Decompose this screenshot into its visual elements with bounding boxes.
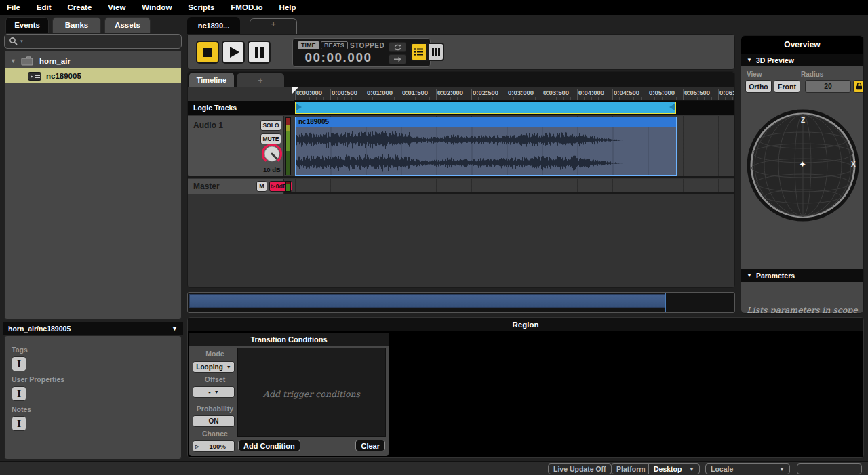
timeline-editor: Timeline + 0:00:0000:00:5000:01:0000:01:… (187, 71, 735, 288)
pause-button[interactable] (248, 41, 271, 64)
parameters-header[interactable]: ▼ Parameters (741, 269, 863, 282)
add-condition-button[interactable]: Add Condition (238, 440, 300, 451)
transition-conditions-title: Transition Conditions (189, 333, 389, 346)
mixer-strips-icon (431, 47, 441, 56)
master-mute-button[interactable]: M (256, 181, 267, 192)
trigger-conditions-empty-text: Add trigger conditions (238, 389, 385, 399)
ruler-tick: 0:00:500 (332, 89, 357, 96)
platform-dropdown[interactable]: Desktop▼ (648, 463, 700, 474)
menu-fmodio[interactable]: FMOD.io (231, 3, 262, 12)
front-view-button[interactable]: Front (774, 80, 800, 93)
overview-panel: Overview ▼ 3D Preview View Radius Ortho … (741, 35, 864, 314)
user-properties-label: User Properties (12, 375, 174, 384)
menu-help[interactable]: Help (279, 3, 296, 12)
tab-timeline[interactable]: Timeline (189, 73, 234, 87)
menu-create[interactable]: Create (68, 3, 92, 12)
x-axis-label: X (851, 161, 856, 168)
event-editor-tab[interactable]: nc1890... (187, 17, 240, 34)
tab-assets[interactable]: Assets (104, 17, 151, 33)
loop-end-handle[interactable] (669, 104, 675, 110)
locale-dropdown[interactable]: ▼ (736, 463, 790, 474)
new-tab-button[interactable]: + (250, 18, 297, 34)
add-timeline-tab-button[interactable]: + (237, 73, 284, 87)
lock-icon (856, 83, 863, 90)
region-deck: Region Transition Conditions Mode AND OR… (187, 317, 864, 458)
offset-dropdown[interactable]: -▼ (193, 386, 235, 398)
loop-start-handle[interactable] (296, 104, 302, 110)
chance-slider[interactable]: ▷ 100% (193, 440, 235, 452)
collapse-arrow-icon[interactable]: ▼ (747, 57, 752, 63)
master-level-meter (285, 181, 291, 192)
audio-level-meter (285, 117, 291, 175)
listener-marker-icon[interactable]: ✦ (799, 159, 806, 169)
overview-scroll-thumb[interactable] (189, 294, 665, 308)
radius-lock-button[interactable] (853, 80, 864, 93)
search-dropdown-arrow[interactable]: ▼ (20, 39, 24, 43)
event-2d-icon (28, 72, 41, 81)
3d-preview-viewport[interactable]: Z X ✦ (741, 107, 863, 233)
menu-scripts[interactable]: Scripts (188, 3, 214, 12)
radius-input[interactable]: 20 (805, 80, 851, 93)
parameters-label: Parameters (756, 272, 795, 280)
probability-label: Probability (193, 405, 237, 413)
probability-value: ON (209, 417, 219, 425)
trigger-conditions-list[interactable]: Add trigger conditions (237, 348, 386, 437)
audio-track-row: Audio 1 SOLO MUTE 10 dB nc189005 (188, 116, 734, 178)
timeline-ruler[interactable]: 0:00:0000:00:5000:01:0000:01:5000:02:000… (294, 87, 734, 101)
solo-button[interactable]: SOLO (260, 120, 281, 131)
tab-banks[interactable]: Banks (52, 17, 101, 33)
master-track-name: Master (193, 182, 220, 191)
follow-playhead-button[interactable] (389, 54, 406, 64)
time-mode-button[interactable]: TIME (298, 41, 319, 49)
platform-label: Platform (611, 463, 651, 474)
tracks-view-button[interactable] (410, 43, 427, 61)
stop-button[interactable] (196, 41, 219, 64)
playhead-marker[interactable] (292, 87, 298, 94)
timeline-overview-scrollbar[interactable] (187, 292, 735, 313)
ruler-tick: 0:04:500 (614, 89, 639, 96)
tree-item-event[interactable]: nc189005 (5, 68, 181, 83)
tree-folder-horn-air[interactable]: ▼ horn_air (5, 54, 181, 68)
edit-notes-button[interactable]: I (12, 416, 26, 431)
menu-edit[interactable]: Edit (37, 3, 52, 12)
tracks-view-icon (414, 47, 424, 56)
add-user-property-button[interactable]: I (12, 386, 26, 401)
chevron-down-icon: ▼ (226, 365, 231, 369)
offset-label: Offset (193, 375, 237, 384)
menu-view[interactable]: View (108, 3, 125, 12)
event-path-bar[interactable]: horn_air/nc189005 ▼ (3, 322, 183, 335)
chevron-down-icon: ▼ (779, 466, 785, 472)
platform-value: Desktop (654, 465, 682, 473)
beats-mode-button[interactable]: BEATS (321, 41, 348, 49)
tab-events[interactable]: Events (5, 17, 49, 33)
audio-track-name: Audio 1 (193, 121, 223, 130)
clear-conditions-button[interactable]: Clear (355, 440, 385, 451)
collapse-arrow-icon[interactable]: ▼ (747, 272, 752, 278)
loop-playback-button[interactable] (389, 42, 406, 52)
add-tag-button[interactable]: I (12, 356, 26, 371)
probability-toggle[interactable]: ON (193, 415, 235, 427)
playback-status: STOPPED (350, 42, 384, 49)
status-bar: Live Update Off Platform Desktop▼ Locale… (0, 461, 868, 475)
folder-expand-arrow[interactable]: ▼ (10, 58, 16, 64)
folder-name: horn_air (39, 57, 71, 65)
3d-preview-header[interactable]: ▼ 3D Preview (741, 54, 863, 66)
loop-region[interactable] (295, 102, 676, 114)
mode-dropdown[interactable]: Looping▼ (193, 361, 235, 373)
event-path-dropdown-icon[interactable]: ▼ (172, 325, 178, 332)
mixer-strips-view-button[interactable] (427, 43, 444, 61)
volume-knob[interactable] (260, 143, 284, 167)
audio-track-header[interactable]: Audio 1 SOLO MUTE 10 dB (188, 116, 284, 176)
ruler-tick: 0:02:000 (437, 89, 463, 96)
logic-tracks-row: Logic Tracks (188, 101, 734, 115)
audio-region[interactable]: nc189005 (295, 117, 677, 176)
menu-file[interactable]: File (7, 3, 20, 12)
live-update-button[interactable]: Live Update Off (548, 463, 612, 474)
play-button[interactable] (222, 41, 245, 64)
search-input[interactable]: ▼ (4, 34, 182, 49)
folder-icon (21, 56, 35, 66)
ortho-view-button[interactable]: Ortho (745, 80, 772, 93)
master-track-header[interactable]: Master M ▷0dB (188, 179, 284, 194)
parameters-empty-text: Lists parameters in scope (741, 305, 863, 314)
menu-window[interactable]: Window (142, 3, 172, 12)
